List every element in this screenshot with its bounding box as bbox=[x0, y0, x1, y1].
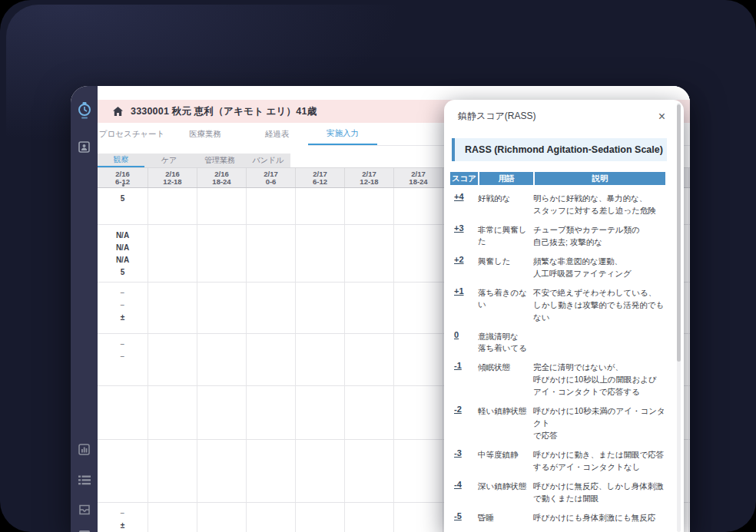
grid-cell[interactable] bbox=[345, 440, 394, 502]
home-icon[interactable] bbox=[113, 107, 123, 116]
grid-cell[interactable] bbox=[345, 386, 394, 439]
close-icon[interactable]: × bbox=[658, 111, 665, 122]
grid-cell[interactable] bbox=[394, 334, 443, 385]
grid-cell[interactable] bbox=[148, 386, 197, 439]
rass-panel: 鎮静スコア(RASS) × RASS (Richmond Agitation-S… bbox=[444, 100, 684, 532]
grid-cell[interactable] bbox=[148, 283, 197, 333]
rass-score-link[interactable]: -4 bbox=[450, 480, 478, 504]
panel-scrollbar-thumb[interactable] bbox=[677, 104, 681, 362]
grid-cell[interactable]: −− bbox=[98, 334, 148, 385]
grid-cell[interactable] bbox=[296, 283, 345, 333]
rass-row: +2興奮した頻繁な非意図的な運動、人工呼吸器ファイティング bbox=[450, 252, 667, 283]
rass-score-link[interactable]: +2 bbox=[450, 255, 478, 279]
grid-cell[interactable] bbox=[296, 440, 345, 502]
grid-cell[interactable] bbox=[148, 188, 197, 224]
patient-badge-icon[interactable] bbox=[71, 141, 98, 153]
tab-3[interactable]: 経過表 bbox=[265, 123, 289, 146]
rass-row: 0意識清明な落ち着いてる bbox=[450, 327, 667, 358]
grid-cell[interactable] bbox=[197, 503, 247, 532]
grid-column-header[interactable]: 2/170-6 bbox=[247, 168, 296, 187]
rass-score-link[interactable]: 0 bbox=[450, 330, 478, 354]
grid-cell[interactable] bbox=[345, 334, 394, 385]
grid-column-header[interactable]: 2/1618-24 bbox=[197, 168, 247, 187]
rass-score-link[interactable]: -2 bbox=[450, 405, 478, 441]
list-icon[interactable] bbox=[71, 475, 98, 485]
grid-cell[interactable] bbox=[296, 188, 345, 224]
grid-cell[interactable] bbox=[197, 188, 247, 224]
panel-scrollbar-track[interactable] bbox=[677, 103, 681, 532]
tab-1[interactable]: プロセスチャート bbox=[106, 123, 158, 146]
grid-column-header[interactable]: 2/1712-18 bbox=[345, 168, 394, 187]
grid-cell[interactable]: −−± bbox=[98, 283, 148, 333]
tab-4[interactable]: 実施入力 bbox=[308, 123, 377, 146]
rass-row: -5昏睡呼びかけにも身体刺激にも無反応 bbox=[450, 508, 667, 527]
grid-cell[interactable] bbox=[247, 283, 296, 333]
grid-cell[interactable] bbox=[345, 188, 394, 224]
bar-chart-icon[interactable] bbox=[71, 444, 98, 455]
grid-column-date: 2/17 bbox=[362, 170, 376, 178]
rass-header-2: 用語 bbox=[479, 172, 533, 185]
rass-score-table: スコア用語説明 +4好戦的な明らかに好戦的な、暴力的な、スタッフに対する差し迫っ… bbox=[450, 172, 667, 527]
grid-column-header[interactable]: 2/1718-24 bbox=[394, 168, 443, 187]
grid-cell[interactable] bbox=[296, 386, 345, 439]
rass-term: 非常に興奮した bbox=[478, 223, 533, 248]
app-logo-stopwatch-icon[interactable] bbox=[71, 101, 98, 120]
grid-cell[interactable] bbox=[197, 283, 247, 333]
grid-cell[interactable] bbox=[247, 334, 296, 385]
grid-cell[interactable]: 5 bbox=[98, 188, 148, 224]
grid-cell[interactable] bbox=[247, 386, 296, 439]
grid-column-header[interactable]: 2/176-12 bbox=[296, 168, 345, 187]
grid-column-range: 12-18 bbox=[163, 178, 181, 186]
grid-cell[interactable] bbox=[296, 503, 345, 532]
grid-cell[interactable] bbox=[296, 225, 345, 282]
grid-column-date: 2/17 bbox=[264, 170, 278, 178]
rass-row: -3中等度鎮静呼びかけに動き、または開眼で応答するがアイ・コンタクトなし bbox=[450, 445, 667, 477]
tab-2[interactable]: 医療業務 bbox=[189, 123, 221, 146]
rass-score-link[interactable]: +3 bbox=[450, 223, 478, 248]
grid-cell[interactable] bbox=[247, 188, 296, 224]
grid-cell[interactable] bbox=[345, 503, 394, 532]
screen: 3330001 秋元 恵利（アキモト エリ）41歳 プロセスチャート医療業務経過… bbox=[0, 0, 756, 532]
rass-description: 完全に清明ではないが、呼びかけに10秒以上の開眼およびアイ・コンタクトで応答する bbox=[533, 361, 667, 398]
grid-cell[interactable] bbox=[98, 440, 148, 502]
rass-score-link[interactable]: -3 bbox=[450, 448, 478, 473]
grid-cell[interactable] bbox=[197, 386, 247, 439]
grid-cell[interactable] bbox=[394, 440, 443, 502]
grid-cell[interactable] bbox=[394, 503, 443, 532]
grid-cell[interactable] bbox=[98, 386, 148, 439]
grid-cell[interactable] bbox=[197, 334, 247, 385]
subtab-4[interactable]: バンドル bbox=[246, 154, 290, 167]
grid-cell[interactable]: −± bbox=[98, 503, 148, 532]
rass-score-link[interactable]: +1 bbox=[450, 286, 478, 323]
rass-description: 呼びかけにも身体刺激にも無反応 bbox=[533, 511, 667, 524]
grid-cell[interactable] bbox=[394, 225, 443, 282]
grid-cell[interactable] bbox=[197, 440, 247, 502]
grid-cell[interactable] bbox=[345, 225, 394, 282]
grid-cell[interactable] bbox=[296, 334, 345, 385]
rass-term: 中等度鎮静 bbox=[478, 448, 533, 473]
grid-column-date: 2/16 bbox=[115, 170, 130, 178]
subtab-3[interactable]: 管理業務 bbox=[194, 154, 246, 167]
grid-cell[interactable] bbox=[247, 225, 296, 282]
rass-description: チューブ類やカテーテル類の自己抜去; 攻撃的な bbox=[533, 223, 667, 248]
grid-cell[interactable] bbox=[148, 503, 197, 532]
grid-column-date: 2/17 bbox=[411, 170, 426, 178]
grid-cell[interactable] bbox=[394, 283, 443, 333]
rass-score-link[interactable]: -1 bbox=[450, 361, 478, 398]
grid-cell[interactable] bbox=[148, 225, 197, 282]
inbox-tray-icon[interactable] bbox=[71, 504, 98, 515]
grid-cell[interactable]: N/AN/AN/A5 bbox=[98, 225, 148, 282]
grid-cell[interactable] bbox=[148, 334, 197, 385]
rass-score-link[interactable]: -5 bbox=[450, 511, 478, 524]
grid-cell[interactable] bbox=[394, 188, 443, 224]
grid-cell[interactable] bbox=[247, 440, 296, 502]
grid-cell[interactable] bbox=[197, 225, 247, 282]
rass-score-link[interactable]: +4 bbox=[450, 192, 478, 216]
subtab-1[interactable]: 観察 bbox=[98, 154, 144, 167]
grid-cell[interactable] bbox=[394, 386, 443, 439]
grid-column-header[interactable]: 2/1612-18 bbox=[148, 168, 197, 187]
grid-cell[interactable] bbox=[345, 283, 394, 333]
grid-cell[interactable] bbox=[247, 503, 296, 532]
grid-cell[interactable] bbox=[148, 440, 197, 502]
subtab-2[interactable]: ケア bbox=[144, 154, 194, 167]
